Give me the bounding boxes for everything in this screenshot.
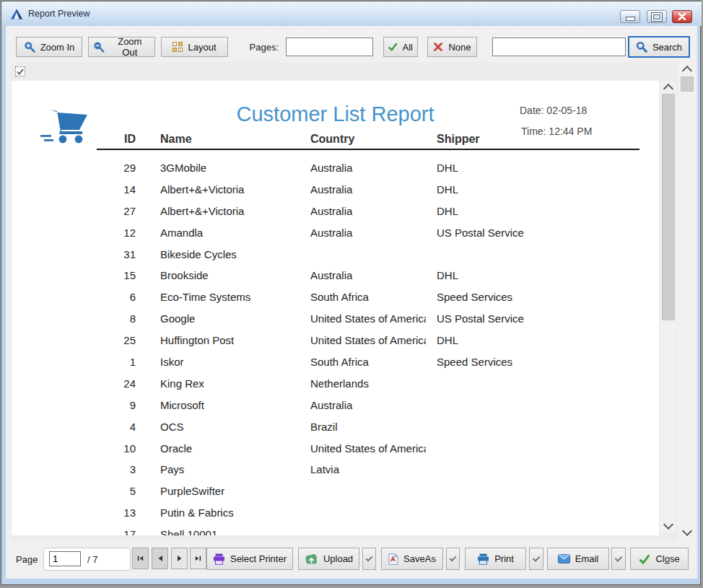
page-total: / 7 bbox=[87, 554, 97, 565]
cell-id: 6 bbox=[97, 286, 136, 308]
minimize-button[interactable] bbox=[620, 10, 640, 23]
email-envelope-icon bbox=[558, 554, 570, 563]
email-label: Email bbox=[575, 553, 599, 564]
table-row: 4 OCS Brazil bbox=[12, 416, 659, 438]
zoom-in-button[interactable]: Zoom In bbox=[16, 37, 82, 57]
none-cross-icon bbox=[433, 42, 443, 52]
next-page-button[interactable] bbox=[171, 548, 188, 569]
email-button[interactable]: Email bbox=[547, 548, 609, 570]
page-scrollbar-thumb[interactable] bbox=[662, 94, 675, 320]
first-page-icon bbox=[137, 555, 144, 562]
preview-checkbox[interactable] bbox=[15, 66, 25, 76]
select-printer-icon bbox=[213, 553, 225, 565]
cell-name: Amandla bbox=[160, 222, 203, 244]
table-row: 13 Putin & Fabrics bbox=[12, 502, 659, 524]
table-row: 27 Albert+&+Victoria Australia DHL bbox=[12, 201, 659, 222]
cell-name: PurpleSwifter bbox=[160, 481, 224, 502]
page-scroll-up-button[interactable] bbox=[660, 81, 676, 94]
close-window-button[interactable] bbox=[672, 10, 692, 23]
previous-page-button[interactable] bbox=[152, 548, 168, 569]
cell-name: Huffington Post bbox=[160, 330, 234, 351]
save-as-dropdown-button[interactable] bbox=[446, 548, 460, 570]
cell-name: Albert+&+Victoria bbox=[160, 201, 244, 222]
cell-id: 5 bbox=[97, 481, 136, 502]
cell-id: 31 bbox=[97, 244, 136, 266]
print-button[interactable]: Print bbox=[465, 548, 526, 570]
cell-name: Putin & Fabrics bbox=[160, 502, 234, 524]
cell-name: 3GMobile bbox=[160, 157, 206, 179]
cell-id: 25 bbox=[97, 330, 136, 351]
cell-name: Pays bbox=[160, 459, 184, 481]
cell-country: Netherlands bbox=[310, 373, 426, 395]
cell-shipper: DHL bbox=[437, 179, 458, 201]
save-as-button[interactable]: SaveAs bbox=[381, 548, 443, 570]
report-time: Time: 12:44 PM bbox=[521, 126, 592, 137]
close-preview-button[interactable]: Close bbox=[630, 548, 689, 570]
report-date: Date: 02-05-18 bbox=[520, 105, 587, 116]
cell-country: Australia bbox=[310, 265, 426, 286]
all-label: All bbox=[403, 42, 413, 53]
print-dropdown-button[interactable] bbox=[529, 548, 543, 570]
next-page-icon bbox=[177, 555, 183, 562]
title-bar[interactable]: Report Preview bbox=[1, 1, 702, 26]
chevron-down-icon bbox=[450, 554, 457, 561]
minimize-icon bbox=[626, 17, 634, 20]
search-icon bbox=[636, 41, 647, 53]
cell-id: 12 bbox=[97, 222, 136, 244]
search-button[interactable]: Search bbox=[628, 36, 690, 58]
page-number-input[interactable] bbox=[49, 551, 81, 566]
chevron-up-icon bbox=[682, 66, 692, 76]
first-page-button[interactable] bbox=[132, 548, 149, 569]
cell-shipper: US Postal Service bbox=[437, 222, 524, 244]
print-icon bbox=[477, 553, 489, 565]
cell-id: 3 bbox=[97, 459, 136, 481]
layout-button[interactable]: Layout bbox=[161, 37, 228, 57]
upload-dropdown-button[interactable] bbox=[362, 548, 376, 570]
pages-input[interactable] bbox=[286, 38, 373, 56]
cell-shipper: DHL bbox=[437, 265, 458, 286]
cell-id: 15 bbox=[97, 265, 136, 286]
cell-shipper: US Postal Service bbox=[437, 308, 524, 330]
preview-scrollbar-thumb[interactable] bbox=[681, 76, 694, 92]
close-icon bbox=[678, 13, 686, 20]
cell-country: Latvia bbox=[310, 459, 426, 481]
preview-scroll-down-button[interactable] bbox=[679, 526, 695, 539]
zoom-out-button[interactable]: Zoom Out bbox=[88, 37, 155, 57]
search-input[interactable] bbox=[492, 38, 626, 56]
preview-scrollbar[interactable] bbox=[679, 63, 695, 539]
print-label: Print bbox=[494, 553, 514, 564]
select-all-pages-button[interactable]: All bbox=[383, 37, 418, 57]
email-dropdown-button[interactable] bbox=[611, 548, 626, 570]
chevron-down-icon bbox=[533, 554, 541, 562]
cell-shipper: DHL bbox=[437, 201, 458, 222]
table-row: 14 Albert+&+Victoria Australia DHL bbox=[12, 179, 659, 201]
cell-name: Oracle bbox=[160, 438, 192, 460]
table-row: 10 Oracle United States of America bbox=[12, 438, 659, 460]
page-scroll-down-button[interactable] bbox=[660, 519, 676, 532]
chevron-up-icon bbox=[663, 84, 673, 94]
table-row: 6 Eco-Time Systems South Africa Speed Se… bbox=[12, 286, 659, 308]
pages-label: Pages: bbox=[235, 42, 279, 53]
table-row: 24 King Rex Netherlands bbox=[12, 373, 659, 395]
cell-name: Bikeside Cycles bbox=[160, 244, 237, 266]
page-scrollbar[interactable] bbox=[660, 81, 676, 532]
checkbox-check-icon bbox=[17, 69, 24, 75]
select-printer-button[interactable]: Select Printer bbox=[206, 548, 293, 570]
cell-country: United States of America bbox=[310, 330, 426, 351]
cell-id: 13 bbox=[97, 502, 136, 524]
page-number-group: / 7 bbox=[43, 548, 131, 571]
cell-name: King Rex bbox=[160, 373, 204, 395]
cell-country: South Africa bbox=[310, 286, 426, 308]
upload-button[interactable]: Upload bbox=[298, 548, 359, 570]
maximize-button[interactable] bbox=[647, 10, 667, 23]
last-page-button[interactable] bbox=[190, 548, 206, 569]
table-row: 15 Brookside Australia DHL bbox=[12, 265, 659, 286]
table-row: 12 Amandla Australia US Postal Service bbox=[12, 222, 659, 244]
cell-country: Australia bbox=[310, 201, 426, 222]
cell-name: Shell 10001 bbox=[160, 524, 217, 535]
select-none-pages-button[interactable]: None bbox=[427, 37, 477, 57]
save-as-label: SaveAs bbox=[403, 553, 436, 564]
report-preview-window: Report Preview Zoom In Zoom Out Layout P… bbox=[0, 0, 703, 588]
preview-scroll-up-button[interactable] bbox=[679, 63, 695, 76]
cell-name: Microsoft bbox=[160, 395, 204, 416]
